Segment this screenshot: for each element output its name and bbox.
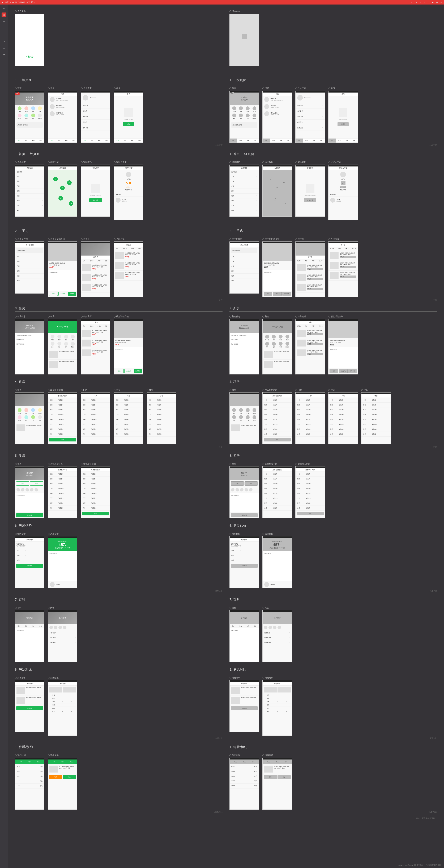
topbar-actions: ↶ ↷ ⊞ ⊟ □ ▶ ⊙ ● [411, 1, 442, 3]
doc-icon: ▣ [12, 1, 14, 3]
app-logo-icon: ◉ [2, 1, 3, 3]
redo-icon[interactable]: ↷ [415, 1, 417, 3]
doc-title-2: 2017-12-12 13:17 版本 [15, 1, 35, 4]
app-topbar: ◉ 链家 - ▣ 2017-12-12 13:17 版本 ↶ ↷ ⊞ ⊟ □ ▶… [0, 0, 444, 4]
minimize-icon[interactable]: □ [428, 1, 430, 3]
panel-icon[interactable]: ⊟ [423, 1, 425, 3]
avatar-icon[interactable]: ● [440, 1, 442, 3]
share-icon[interactable]: ⊙ [436, 1, 438, 3]
play-icon[interactable]: ▶ [432, 1, 434, 3]
undo-icon[interactable]: ↶ [411, 1, 413, 3]
doc-title-1: 链家 [5, 1, 9, 4]
grid-icon[interactable]: ⊞ [419, 1, 421, 3]
